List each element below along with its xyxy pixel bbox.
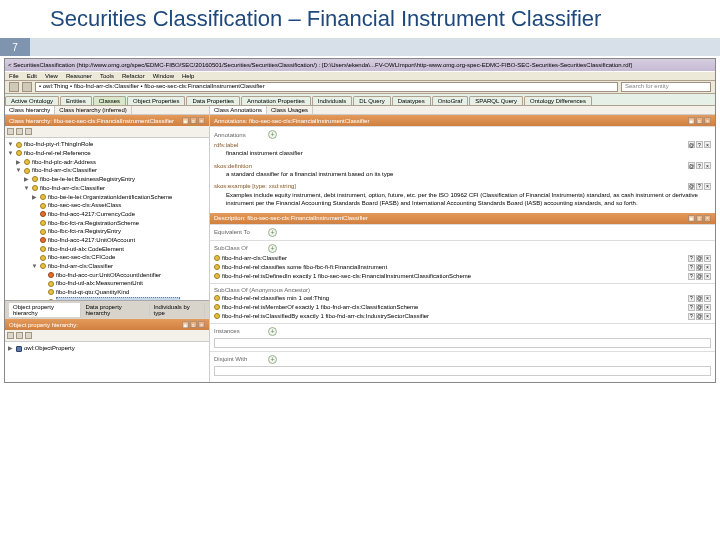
tab-ontology-differences[interactable]: Ontology Differences: [524, 96, 592, 105]
restriction-ctrl-icon[interactable]: @: [696, 313, 703, 320]
subtab-data-property-hierarchy[interactable]: Data property hierarchy: [81, 303, 149, 317]
tree-item[interactable]: ▼fibo-fnd-arr-cls:Classifier: [7, 166, 207, 175]
forward-button[interactable]: [22, 82, 32, 92]
add-disjoint-button[interactable]: +: [268, 355, 277, 364]
tree-item[interactable]: fibo-sec-sec-cls:CFICode: [7, 253, 207, 262]
delete-button[interactable]: [25, 128, 32, 135]
restriction-ctrl-icon[interactable]: ×: [704, 304, 711, 311]
back-button[interactable]: [9, 82, 19, 92]
tree-item[interactable]: fibo-fnd-utl-alx:CodeElement: [7, 245, 207, 254]
annotation-ctrl-icon[interactable]: @: [688, 183, 695, 190]
obj-prop-root[interactable]: owl:ObjectProperty: [24, 344, 75, 353]
restriction-ctrl-icon[interactable]: ×: [704, 255, 711, 262]
restriction-row[interactable]: fibo-fnd-arr-cls:Classifier?@×: [214, 254, 711, 263]
tree-expander-icon[interactable]: ▼: [7, 140, 14, 149]
tree-item[interactable]: fibo-fnd-acc-cur:UnitOfAccountIdentifier: [7, 271, 207, 280]
menu-view[interactable]: View: [45, 73, 58, 79]
annotation-ctrl-icon[interactable]: ?: [696, 183, 703, 190]
object-property-tree[interactable]: ▶owl:ObjectProperty: [5, 342, 209, 382]
tree-expander-icon[interactable]: ▼: [31, 262, 38, 271]
tree-item[interactable]: ▶fibo-be-le-lei:OrganizationIdentificati…: [7, 193, 207, 202]
add-child-button[interactable]: [16, 128, 23, 135]
restriction-ctrl-icon[interactable]: ×: [704, 273, 711, 280]
pane-close-icon[interactable]: ×: [198, 117, 205, 124]
tab-data-properties[interactable]: Data Properties: [186, 96, 240, 105]
tree-expander-icon[interactable]: ▼: [23, 184, 30, 193]
subtab-object-property-hierarchy[interactable]: Object property hierarchy: [9, 303, 81, 317]
tree-item[interactable]: ▼fibo-fnd-arr-cls:Classifier: [7, 262, 207, 271]
tree-expander-icon[interactable]: ▶: [31, 193, 38, 202]
tree-expander-icon[interactable]: ▶: [15, 158, 22, 167]
tab-datatypes[interactable]: Datatypes: [392, 96, 431, 105]
restriction-ctrl-icon[interactable]: ×: [704, 264, 711, 271]
pane-menu-icon[interactable]: ≡: [190, 321, 197, 328]
restriction-ctrl-icon[interactable]: ?: [688, 295, 695, 302]
tree-item[interactable]: fibo-fbc-fct-ra:RegistryEntry: [7, 227, 207, 236]
disjoint-input[interactable]: [214, 366, 711, 376]
tree-item[interactable]: ▼fibo-fnd-rel-rel:Reference: [7, 149, 207, 158]
tab-annotation-properties[interactable]: Annotation Properties: [241, 96, 311, 105]
annotation-ctrl-icon[interactable]: ×: [704, 162, 711, 169]
restriction-ctrl-icon[interactable]: @: [696, 304, 703, 311]
annotation-ctrl-icon[interactable]: @: [688, 141, 695, 148]
restriction-row[interactable]: fibo-fnd-rel-rel:classifies some fibo-fb…: [214, 263, 711, 272]
add-annotation-button[interactable]: +: [268, 130, 277, 139]
search-input[interactable]: Search for entity: [621, 82, 711, 92]
tree-item[interactable]: ▶fibo-fnd-plc-adr:Address: [7, 158, 207, 167]
tree-item[interactable]: fibo-fbc-fct-ra:RegistrationScheme: [7, 219, 207, 228]
tab-classes[interactable]: Classes: [93, 96, 126, 105]
instances-input[interactable]: [214, 338, 711, 348]
tab-dl-query[interactable]: DL Query: [353, 96, 390, 105]
tree-item[interactable]: ▶fibo-be-le-lei:BusinessRegistryEntry: [7, 175, 207, 184]
subtab-class-hierarchy[interactable]: Class hierarchy: [5, 106, 55, 114]
tree-expander-icon[interactable]: ▼: [7, 149, 14, 158]
menu-window[interactable]: Window: [153, 73, 174, 79]
restriction-ctrl-icon[interactable]: ?: [688, 273, 695, 280]
delete-button[interactable]: [25, 332, 32, 339]
restriction-ctrl-icon[interactable]: ×: [704, 295, 711, 302]
subtab-class-hierarchy-inferred-[interactable]: Class hierarchy (inferred): [55, 106, 131, 114]
restriction-ctrl-icon[interactable]: @: [696, 295, 703, 302]
add-child-button[interactable]: [16, 332, 23, 339]
tree-item[interactable]: fibo-fnd-qt-qtu:QuantityKind: [7, 288, 207, 297]
restriction-row[interactable]: fibo-fnd-rel-rel:isDefinedIn exactly 1 f…: [214, 272, 711, 281]
entity-path[interactable]: • owl:Thing • fibo-fnd-arr-cls:Classifie…: [35, 82, 618, 92]
tree-expander-icon[interactable]: ▼: [15, 166, 22, 175]
tree-item[interactable]: ▼fibo-fnd-pty-rl:ThingInRole: [7, 140, 207, 149]
pane-menu-icon[interactable]: ≡: [696, 117, 703, 124]
tab-ontograf[interactable]: OntoGraf: [432, 96, 469, 105]
subtab-individuals-by-type[interactable]: Individuals by type: [150, 303, 206, 317]
tab-active-ontology[interactable]: Active Ontology: [5, 96, 59, 105]
add-instance-button[interactable]: +: [268, 327, 277, 336]
pane-pin-icon[interactable]: ▣: [688, 117, 695, 124]
tree-item[interactable]: fibo-sec-sec-cls:AssetClass: [7, 201, 207, 210]
menu-refactor[interactable]: Refactor: [122, 73, 145, 79]
menu-tools[interactable]: Tools: [100, 73, 114, 79]
pane-pin-icon[interactable]: ▣: [688, 215, 695, 222]
tree-item[interactable]: fibo-fnd-acc-4217:UnitOfAccount: [7, 236, 207, 245]
tab-object-properties[interactable]: Object Properties: [127, 96, 185, 105]
menu-reasoner[interactable]: Reasoner: [66, 73, 92, 79]
subtab-class-annotations[interactable]: Class Annotations: [210, 106, 267, 114]
menu-help[interactable]: Help: [182, 73, 194, 79]
add-equivalent-button[interactable]: +: [268, 228, 277, 237]
restriction-ctrl-icon[interactable]: @: [696, 264, 703, 271]
add-subclass-button[interactable]: +: [268, 244, 277, 253]
tree-expander-icon[interactable]: ▶: [23, 175, 30, 184]
subtab-class-usages[interactable]: Class Usages: [267, 106, 313, 114]
add-sibling-button[interactable]: [7, 332, 14, 339]
pane-menu-icon[interactable]: ≡: [696, 215, 703, 222]
menu-file[interactable]: File: [9, 73, 19, 79]
tree-item[interactable]: fibo-fnd-utl-alx:MeasurementUnit: [7, 279, 207, 288]
menu-edit[interactable]: Edit: [27, 73, 37, 79]
restriction-ctrl-icon[interactable]: ?: [688, 255, 695, 262]
add-sibling-button[interactable]: [7, 128, 14, 135]
tree-item[interactable]: ▼fibo-fnd-arr-cls:Classifier: [7, 184, 207, 193]
annotation-ctrl-icon[interactable]: ?: [696, 162, 703, 169]
pane-close-icon[interactable]: ×: [704, 117, 711, 124]
annotation-ctrl-icon[interactable]: ×: [704, 183, 711, 190]
annotation-ctrl-icon[interactable]: @: [688, 162, 695, 169]
restriction-ctrl-icon[interactable]: @: [696, 273, 703, 280]
restriction-ctrl-icon[interactable]: ?: [688, 304, 695, 311]
tab-sparql-query[interactable]: SPARQL Query: [469, 96, 523, 105]
